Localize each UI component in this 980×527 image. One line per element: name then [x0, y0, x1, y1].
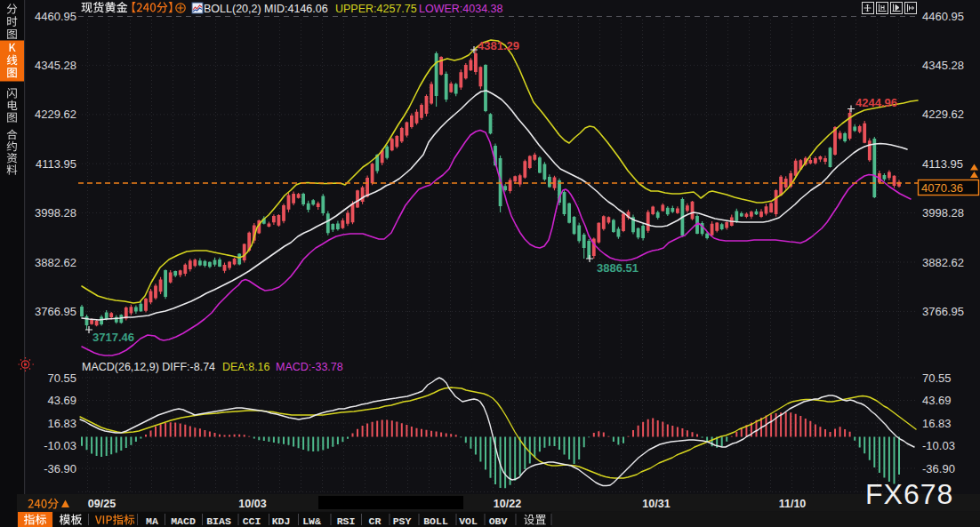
svg-text:16.83: 16.83 — [47, 417, 76, 430]
svg-text:BOLL: BOLL — [423, 515, 448, 527]
svg-text:OBV: OBV — [489, 515, 508, 527]
svg-text:MACD:-33.78: MACD:-33.78 — [276, 361, 343, 373]
svg-text:4460.95: 4460.95 — [922, 10, 964, 23]
svg-text:DEA:8.16: DEA:8.16 — [222, 361, 270, 373]
svg-text:CCI: CCI — [243, 515, 261, 527]
svg-text:VOL: VOL — [459, 515, 478, 527]
svg-text:-36.90: -36.90 — [922, 462, 955, 475]
svg-text:4113.95: 4113.95 — [922, 157, 963, 171]
svg-text:MACD(26,12,9) DIFF:-8.74: MACD(26,12,9) DIFF:-8.74 — [82, 361, 215, 373]
svg-text:10/31: 10/31 — [642, 498, 670, 510]
svg-text:10/22: 10/22 — [494, 498, 521, 510]
svg-text:3882.62: 3882.62 — [922, 256, 964, 269]
svg-text:11/10: 11/10 — [779, 498, 807, 510]
svg-text:BOLL(20,2) MID:4146.06: BOLL(20,2) MID:4146.06 — [204, 3, 328, 15]
svg-text:70.55: 70.55 — [922, 371, 952, 385]
svg-text:3717.46: 3717.46 — [92, 331, 134, 344]
svg-text:KDJ: KDJ — [272, 515, 291, 527]
svg-text:MACD: MACD — [171, 515, 196, 527]
svg-text:4229.62: 4229.62 — [922, 108, 964, 121]
svg-text:FX678: FX678 — [865, 478, 953, 510]
svg-text:3766.95: 3766.95 — [922, 305, 964, 318]
svg-text:-10.03: -10.03 — [44, 439, 76, 452]
svg-text:MA: MA — [146, 515, 158, 527]
svg-text:BIAS: BIAS — [206, 515, 231, 527]
svg-text:16.83: 16.83 — [922, 417, 952, 430]
svg-text:4460.95: 4460.95 — [35, 10, 76, 23]
svg-text:4244.96: 4244.96 — [855, 96, 897, 109]
svg-text:4345.28: 4345.28 — [35, 59, 76, 72]
svg-text:10/03: 10/03 — [238, 498, 266, 510]
svg-text:LOWER:4034.38: LOWER:4034.38 — [419, 3, 503, 15]
svg-text:4113.95: 4113.95 — [36, 157, 76, 171]
svg-text:-10.03: -10.03 — [922, 439, 955, 452]
svg-text:43.69: 43.69 — [47, 394, 76, 407]
svg-text:UPPER:4257.75: UPPER:4257.75 — [335, 3, 417, 15]
svg-text:3882.62: 3882.62 — [35, 256, 76, 269]
svg-text:-36.90: -36.90 — [44, 462, 76, 475]
svg-text:09/25: 09/25 — [88, 498, 116, 510]
svg-text:43.69: 43.69 — [922, 394, 952, 407]
svg-text:4229.62: 4229.62 — [35, 108, 76, 121]
svg-text:70.55: 70.55 — [47, 371, 76, 385]
svg-text:LW&: LW& — [302, 515, 321, 527]
svg-text:4070.36: 4070.36 — [921, 181, 963, 195]
svg-text:3766.95: 3766.95 — [35, 305, 76, 318]
svg-text:PSY: PSY — [393, 515, 412, 527]
svg-text:4381.29: 4381.29 — [478, 39, 519, 52]
svg-text:CR: CR — [369, 515, 382, 527]
svg-text:RSI: RSI — [337, 515, 356, 527]
svg-text:4345.28: 4345.28 — [922, 59, 964, 72]
svg-text:3886.51: 3886.51 — [597, 261, 639, 275]
svg-text:3998.28: 3998.28 — [922, 206, 964, 220]
svg-text:3998.28: 3998.28 — [35, 206, 76, 220]
